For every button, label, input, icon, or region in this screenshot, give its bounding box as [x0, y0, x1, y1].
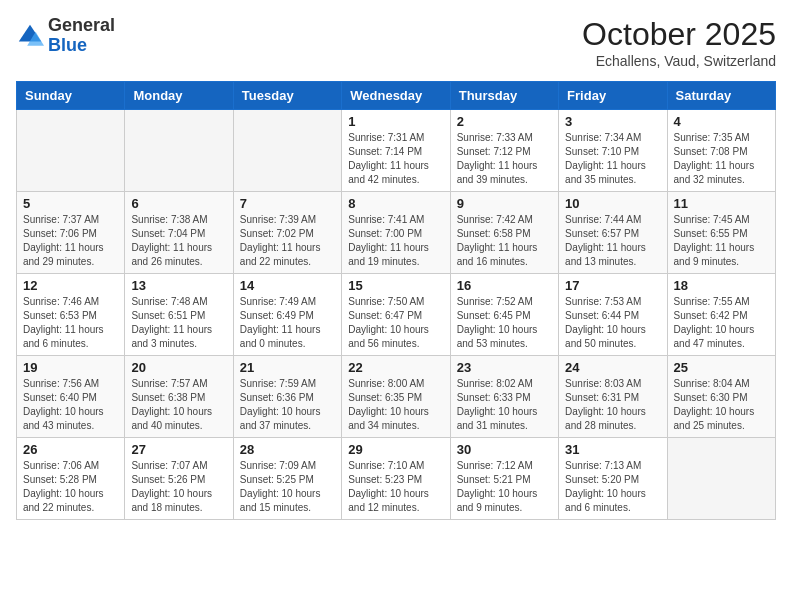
day-number: 23 — [457, 360, 552, 375]
day-cell: 13Sunrise: 7:48 AM Sunset: 6:51 PM Dayli… — [125, 274, 233, 356]
day-info: Sunrise: 7:46 AM Sunset: 6:53 PM Dayligh… — [23, 295, 118, 351]
day-number: 21 — [240, 360, 335, 375]
day-number: 19 — [23, 360, 118, 375]
day-cell — [17, 110, 125, 192]
day-info: Sunrise: 7:12 AM Sunset: 5:21 PM Dayligh… — [457, 459, 552, 515]
day-info: Sunrise: 7:07 AM Sunset: 5:26 PM Dayligh… — [131, 459, 226, 515]
day-cell — [125, 110, 233, 192]
day-info: Sunrise: 7:52 AM Sunset: 6:45 PM Dayligh… — [457, 295, 552, 351]
day-cell: 10Sunrise: 7:44 AM Sunset: 6:57 PM Dayli… — [559, 192, 667, 274]
day-cell: 2Sunrise: 7:33 AM Sunset: 7:12 PM Daylig… — [450, 110, 558, 192]
day-info: Sunrise: 7:06 AM Sunset: 5:28 PM Dayligh… — [23, 459, 118, 515]
day-info: Sunrise: 7:33 AM Sunset: 7:12 PM Dayligh… — [457, 131, 552, 187]
header-cell-monday: Monday — [125, 82, 233, 110]
day-cell: 16Sunrise: 7:52 AM Sunset: 6:45 PM Dayli… — [450, 274, 558, 356]
header-cell-thursday: Thursday — [450, 82, 558, 110]
week-row-1: 1Sunrise: 7:31 AM Sunset: 7:14 PM Daylig… — [17, 110, 776, 192]
calendar-header: SundayMondayTuesdayWednesdayThursdayFrid… — [17, 82, 776, 110]
day-info: Sunrise: 7:56 AM Sunset: 6:40 PM Dayligh… — [23, 377, 118, 433]
week-row-3: 12Sunrise: 7:46 AM Sunset: 6:53 PM Dayli… — [17, 274, 776, 356]
day-number: 25 — [674, 360, 769, 375]
day-cell: 17Sunrise: 7:53 AM Sunset: 6:44 PM Dayli… — [559, 274, 667, 356]
day-info: Sunrise: 7:31 AM Sunset: 7:14 PM Dayligh… — [348, 131, 443, 187]
day-info: Sunrise: 7:55 AM Sunset: 6:42 PM Dayligh… — [674, 295, 769, 351]
day-number: 15 — [348, 278, 443, 293]
day-number: 2 — [457, 114, 552, 129]
day-cell: 24Sunrise: 8:03 AM Sunset: 6:31 PM Dayli… — [559, 356, 667, 438]
day-info: Sunrise: 7:39 AM Sunset: 7:02 PM Dayligh… — [240, 213, 335, 269]
day-cell: 27Sunrise: 7:07 AM Sunset: 5:26 PM Dayli… — [125, 438, 233, 520]
day-number: 4 — [674, 114, 769, 129]
day-info: Sunrise: 7:10 AM Sunset: 5:23 PM Dayligh… — [348, 459, 443, 515]
day-info: Sunrise: 7:38 AM Sunset: 7:04 PM Dayligh… — [131, 213, 226, 269]
day-cell: 21Sunrise: 7:59 AM Sunset: 6:36 PM Dayli… — [233, 356, 341, 438]
day-cell: 7Sunrise: 7:39 AM Sunset: 7:02 PM Daylig… — [233, 192, 341, 274]
day-info: Sunrise: 8:02 AM Sunset: 6:33 PM Dayligh… — [457, 377, 552, 433]
day-number: 18 — [674, 278, 769, 293]
header-cell-friday: Friday — [559, 82, 667, 110]
day-cell: 4Sunrise: 7:35 AM Sunset: 7:08 PM Daylig… — [667, 110, 775, 192]
day-cell: 1Sunrise: 7:31 AM Sunset: 7:14 PM Daylig… — [342, 110, 450, 192]
day-cell: 15Sunrise: 7:50 AM Sunset: 6:47 PM Dayli… — [342, 274, 450, 356]
day-info: Sunrise: 7:44 AM Sunset: 6:57 PM Dayligh… — [565, 213, 660, 269]
day-number: 13 — [131, 278, 226, 293]
day-number: 27 — [131, 442, 226, 457]
day-cell: 18Sunrise: 7:55 AM Sunset: 6:42 PM Dayli… — [667, 274, 775, 356]
day-info: Sunrise: 7:41 AM Sunset: 7:00 PM Dayligh… — [348, 213, 443, 269]
day-cell: 5Sunrise: 7:37 AM Sunset: 7:06 PM Daylig… — [17, 192, 125, 274]
day-number: 30 — [457, 442, 552, 457]
day-number: 28 — [240, 442, 335, 457]
day-cell: 31Sunrise: 7:13 AM Sunset: 5:20 PM Dayli… — [559, 438, 667, 520]
day-info: Sunrise: 7:13 AM Sunset: 5:20 PM Dayligh… — [565, 459, 660, 515]
day-number: 9 — [457, 196, 552, 211]
week-row-5: 26Sunrise: 7:06 AM Sunset: 5:28 PM Dayli… — [17, 438, 776, 520]
day-cell: 30Sunrise: 7:12 AM Sunset: 5:21 PM Dayli… — [450, 438, 558, 520]
day-info: Sunrise: 7:57 AM Sunset: 6:38 PM Dayligh… — [131, 377, 226, 433]
header-cell-wednesday: Wednesday — [342, 82, 450, 110]
logo: General Blue — [16, 16, 115, 56]
day-info: Sunrise: 8:03 AM Sunset: 6:31 PM Dayligh… — [565, 377, 660, 433]
day-cell: 26Sunrise: 7:06 AM Sunset: 5:28 PM Dayli… — [17, 438, 125, 520]
day-number: 6 — [131, 196, 226, 211]
header-row: SundayMondayTuesdayWednesdayThursdayFrid… — [17, 82, 776, 110]
page-header: General Blue October 2025 Echallens, Vau… — [16, 16, 776, 69]
header-cell-saturday: Saturday — [667, 82, 775, 110]
day-info: Sunrise: 7:34 AM Sunset: 7:10 PM Dayligh… — [565, 131, 660, 187]
day-cell: 9Sunrise: 7:42 AM Sunset: 6:58 PM Daylig… — [450, 192, 558, 274]
calendar-table: SundayMondayTuesdayWednesdayThursdayFrid… — [16, 81, 776, 520]
day-cell: 8Sunrise: 7:41 AM Sunset: 7:00 PM Daylig… — [342, 192, 450, 274]
day-cell: 6Sunrise: 7:38 AM Sunset: 7:04 PM Daylig… — [125, 192, 233, 274]
day-number: 31 — [565, 442, 660, 457]
header-cell-tuesday: Tuesday — [233, 82, 341, 110]
header-cell-sunday: Sunday — [17, 82, 125, 110]
day-info: Sunrise: 7:50 AM Sunset: 6:47 PM Dayligh… — [348, 295, 443, 351]
day-number: 20 — [131, 360, 226, 375]
day-number: 12 — [23, 278, 118, 293]
day-info: Sunrise: 7:48 AM Sunset: 6:51 PM Dayligh… — [131, 295, 226, 351]
day-number: 3 — [565, 114, 660, 129]
day-number: 24 — [565, 360, 660, 375]
month-title: October 2025 — [582, 16, 776, 53]
day-info: Sunrise: 7:45 AM Sunset: 6:55 PM Dayligh… — [674, 213, 769, 269]
day-info: Sunrise: 8:00 AM Sunset: 6:35 PM Dayligh… — [348, 377, 443, 433]
day-number: 17 — [565, 278, 660, 293]
day-number: 10 — [565, 196, 660, 211]
day-cell: 29Sunrise: 7:10 AM Sunset: 5:23 PM Dayli… — [342, 438, 450, 520]
logo-text: General Blue — [48, 16, 115, 56]
day-info: Sunrise: 7:35 AM Sunset: 7:08 PM Dayligh… — [674, 131, 769, 187]
day-cell: 28Sunrise: 7:09 AM Sunset: 5:25 PM Dayli… — [233, 438, 341, 520]
day-number: 5 — [23, 196, 118, 211]
day-info: Sunrise: 8:04 AM Sunset: 6:30 PM Dayligh… — [674, 377, 769, 433]
day-cell: 20Sunrise: 7:57 AM Sunset: 6:38 PM Dayli… — [125, 356, 233, 438]
day-info: Sunrise: 7:53 AM Sunset: 6:44 PM Dayligh… — [565, 295, 660, 351]
location: Echallens, Vaud, Switzerland — [582, 53, 776, 69]
title-block: October 2025 Echallens, Vaud, Switzerlan… — [582, 16, 776, 69]
day-cell: 22Sunrise: 8:00 AM Sunset: 6:35 PM Dayli… — [342, 356, 450, 438]
day-cell: 11Sunrise: 7:45 AM Sunset: 6:55 PM Dayli… — [667, 192, 775, 274]
logo-general: General — [48, 16, 115, 36]
day-number: 26 — [23, 442, 118, 457]
day-number: 14 — [240, 278, 335, 293]
day-info: Sunrise: 7:42 AM Sunset: 6:58 PM Dayligh… — [457, 213, 552, 269]
logo-icon — [16, 22, 44, 50]
day-number: 1 — [348, 114, 443, 129]
